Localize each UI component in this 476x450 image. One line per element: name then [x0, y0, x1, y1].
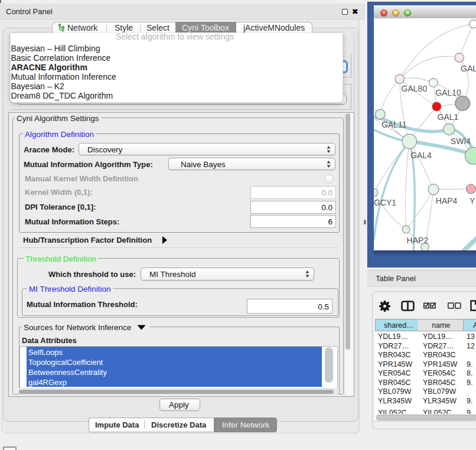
svg-text:GAL4: GAL4	[410, 151, 432, 160]
svg-text:HAP4: HAP4	[436, 196, 458, 206]
svg-text:SWI4: SWI4	[451, 136, 471, 146]
svg-text:GAL11: GAL11	[382, 120, 407, 129]
svg-text:GAL1: GAL1	[438, 112, 459, 122]
svg-text:HAP2: HAP2	[407, 236, 429, 245]
svg-text:GCY1: GCY1	[374, 198, 396, 207]
svg-text:GAL: GAL	[461, 64, 476, 73]
svg-text:Y: Y	[470, 196, 475, 206]
svg-text:GAL80: GAL80	[402, 84, 428, 93]
svg-text:GAL10: GAL10	[435, 88, 461, 97]
